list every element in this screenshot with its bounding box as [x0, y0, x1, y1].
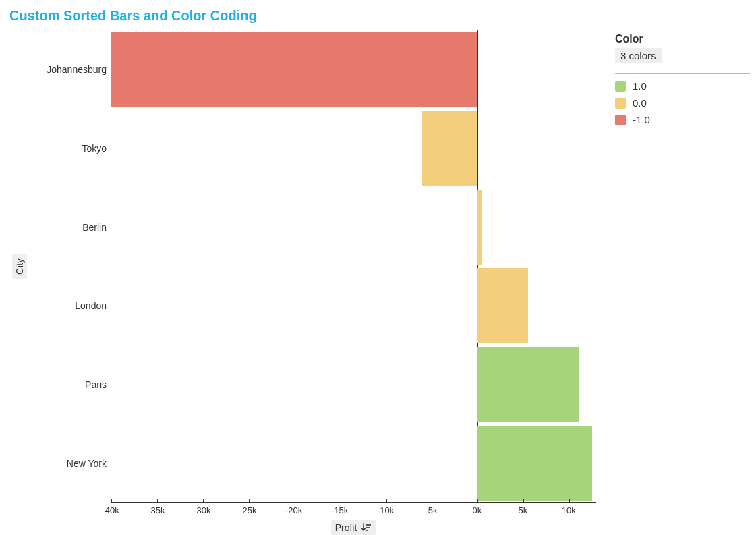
color-legend: Color 3 colors 1.00.0-1.0 — [615, 30, 750, 503]
y-tick-label: Tokyo — [82, 143, 107, 154]
y-axis-title-wrap: City — [9, 30, 30, 503]
x-tick-label: -35k — [148, 505, 165, 515]
x-tick-label: -40k — [102, 505, 119, 515]
legend-item: 0.0 — [615, 97, 750, 109]
bar — [477, 268, 528, 343]
legend-item: -1.0 — [615, 114, 750, 125]
y-tick-label: Berlin — [82, 222, 107, 233]
x-tick-label: -15k — [331, 505, 348, 515]
bar — [422, 111, 477, 186]
legend-item: 1.0 — [615, 80, 750, 92]
x-axis-ticks: -40k-35k-30k-25k-20k-15k-10k-5k0k5k10k — [111, 503, 596, 516]
x-axis-title: Profit — [331, 520, 376, 535]
y-tick-label: Paris — [85, 379, 107, 390]
chart-area: City JohannesburgTokyoBerlinLondonParisN… — [9, 30, 747, 535]
x-tick-label: -30k — [194, 505, 210, 515]
chart-title: Custom Sorted Bars and Color Coding — [9, 8, 747, 24]
plot-area — [111, 30, 596, 503]
legend-label: 0.0 — [633, 97, 647, 109]
x-tick-label: 10k — [562, 505, 576, 515]
legend-summary: 3 colors — [615, 48, 662, 63]
y-tick-label: London — [75, 300, 107, 311]
bar — [477, 190, 482, 265]
bar — [477, 426, 592, 501]
x-tick-label: 0k — [473, 505, 482, 515]
legend-title: Color — [615, 33, 750, 45]
legend-divider — [615, 73, 750, 74]
y-axis-labels: JohannesburgTokyoBerlinLondonParisNew Yo… — [30, 30, 111, 503]
sort-descending-icon — [361, 522, 372, 533]
x-tick-label: 5k — [518, 505, 527, 515]
x-tick-label: -5k — [425, 505, 437, 515]
x-axis-title-label: Profit — [335, 522, 357, 533]
legend-swatch — [615, 115, 626, 125]
x-tick-label: -25k — [239, 505, 256, 515]
bar — [111, 32, 477, 107]
legend-label: 1.0 — [633, 80, 647, 92]
y-tick-label: Johannesburg — [47, 64, 107, 75]
legend-label: -1.0 — [633, 114, 650, 125]
bar — [477, 347, 578, 422]
y-tick-label: New York — [67, 458, 107, 469]
legend-swatch — [615, 98, 626, 109]
x-tick-label: -10k — [377, 505, 394, 515]
x-tick-label: -20k — [285, 505, 302, 515]
legend-swatch — [615, 81, 626, 92]
y-axis-title: City — [12, 254, 27, 279]
